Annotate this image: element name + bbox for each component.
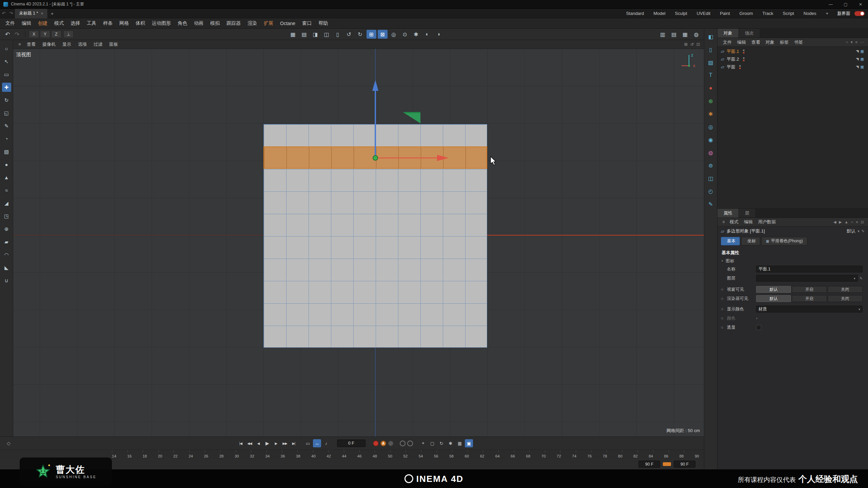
layout-item[interactable]: UVEdit: [692, 11, 715, 16]
sphere-primitive-icon[interactable]: ●: [2, 160, 11, 169]
redo-icon[interactable]: ↷: [12, 30, 22, 39]
menu-item[interactable]: 窗口: [299, 20, 315, 26]
visibility-dots[interactable]: [743, 57, 745, 61]
layout-item[interactable]: Standard: [621, 11, 649, 16]
go-end-button[interactable]: ▶|: [290, 439, 298, 447]
pla-record-icon[interactable]: ▦: [456, 439, 464, 447]
panel-tab[interactable]: 场次: [739, 29, 760, 38]
menu-item[interactable]: 角色: [174, 20, 191, 26]
attribute-tab[interactable]: 基本: [721, 237, 740, 245]
tri-state-button[interactable]: 关闭: [828, 286, 863, 293]
om-menu-item[interactable]: 编辑: [734, 39, 749, 45]
extrude-tool-icon[interactable]: ◳: [2, 211, 11, 221]
axis-lock-button[interactable]: Z: [51, 30, 61, 38]
record-button[interactable]: [373, 441, 379, 446]
layout-switch-icon[interactable]: ▦: [680, 30, 690, 39]
go-start-button[interactable]: |◀: [237, 439, 245, 447]
minimize-button[interactable]: —: [823, 0, 838, 8]
maximize-button[interactable]: ▢: [838, 0, 853, 8]
axis-center-icon[interactable]: ◴: [706, 187, 715, 196]
constraint-icon[interactable]: ◎: [706, 122, 715, 131]
viewport-menu-item[interactable]: 过滤: [90, 41, 106, 47]
layer-dropdown[interactable]: ▾: [756, 275, 858, 282]
new-ui-toggle[interactable]: [854, 11, 865, 16]
layout-item[interactable]: Paint: [715, 11, 735, 16]
display-color-dropdown[interactable]: 材质 ▾: [756, 306, 863, 312]
mograph-icon[interactable]: ⊛: [706, 97, 715, 105]
layout-item[interactable]: Sculpt: [670, 11, 692, 16]
coord-system-button[interactable]: ⊥: [63, 30, 74, 38]
pyramid-primitive-icon[interactable]: ▲: [2, 173, 11, 182]
layout-item[interactable]: +: [821, 11, 833, 16]
animatable-diamond-icon[interactable]: ◇: [717, 326, 727, 329]
menu-item[interactable]: 网格: [116, 20, 132, 26]
workplane-icon[interactable]: ◎: [389, 30, 399, 39]
menu-item[interactable]: 动画: [191, 20, 207, 26]
object-row[interactable]: ▱ 平面.1 ◥ ▦: [717, 47, 868, 55]
object-name[interactable]: 平面.2: [727, 56, 739, 62]
keyframe-selection-icon[interactable]: ▣: [465, 439, 473, 447]
object-name[interactable]: 平面.1: [727, 48, 739, 55]
menu-item[interactable]: 运动图形: [149, 20, 174, 26]
layout-item[interactable]: Track: [758, 11, 778, 16]
object-row[interactable]: ▱ 平面 ◥ ▦: [717, 63, 868, 71]
menu-item[interactable]: 跟踪器: [223, 20, 244, 26]
attributes-menu-icon[interactable]: ≡: [720, 220, 727, 224]
snap-enable-icon[interactable]: ⊞: [367, 30, 376, 39]
viewport-menu-item[interactable]: 面板: [106, 41, 121, 47]
select-tool-icon[interactable]: ↖: [2, 57, 11, 66]
chevron-right-icon[interactable]: ›: [722, 258, 723, 264]
chevron-down-icon[interactable]: ▾: [857, 229, 860, 233]
axis-toggle-icon[interactable]: ◐: [422, 30, 432, 39]
range-start-input[interactable]: [638, 461, 660, 468]
menu-item[interactable]: 文件: [2, 20, 18, 26]
icon-section-row[interactable]: › 图标: [717, 257, 868, 265]
smooth-tool-icon[interactable]: ◠: [2, 250, 11, 259]
selected-polygon-row[interactable]: [263, 146, 487, 169]
add-tab-button[interactable]: +: [48, 11, 57, 16]
object-name[interactable]: 平面: [727, 64, 735, 70]
new-ui-label[interactable]: 新界面: [833, 11, 854, 17]
menu-item[interactable]: 扩展: [260, 20, 277, 26]
interactive-render-region-icon[interactable]: ◫: [322, 30, 332, 39]
tri-state-button[interactable]: 默认: [756, 295, 791, 302]
attr-menu-item[interactable]: 编辑: [741, 219, 755, 225]
menu-item[interactable]: 帮助: [315, 20, 331, 26]
animatable-diamond-icon[interactable]: ◇: [717, 307, 727, 311]
undo-icon[interactable]: ↶: [3, 30, 12, 39]
spline-pen-icon[interactable]: ✎: [706, 200, 715, 208]
viewport-canvas[interactable]: 顶视图 z x 网格间距 : 50 cm: [13, 49, 704, 436]
current-frame-input[interactable]: [337, 440, 366, 447]
filter-icon[interactable]: ≡: [856, 220, 858, 224]
render-settings-strip-icon[interactable]: ✱: [706, 109, 715, 118]
view-undo-icon[interactable]: ↺: [344, 30, 354, 39]
menu-item[interactable]: 创建: [35, 20, 51, 26]
record-filter-toggle[interactable]: [400, 441, 406, 446]
attr-menu-item[interactable]: 模式: [727, 219, 741, 225]
spline-tool-icon[interactable]: ≈: [2, 186, 11, 195]
uvw-tag-icon[interactable]: ▦: [861, 57, 864, 61]
preset-dropdown[interactable]: 默认: [847, 228, 855, 234]
keyframe-selection-dot[interactable]: [388, 441, 394, 446]
viewport-menu-item[interactable]: 显示: [59, 41, 75, 47]
tab-close-icon[interactable]: ×: [41, 11, 43, 16]
workplane-lock-icon[interactable]: ⊙: [400, 30, 410, 39]
next-frame-button[interactable]: ▶: [272, 439, 280, 447]
om-menu-item[interactable]: 文件: [720, 39, 734, 45]
autokey-button[interactable]: A: [380, 441, 386, 446]
uvw-tag-icon[interactable]: ▦: [861, 65, 864, 69]
content-browser-icon[interactable]: ▧: [706, 58, 715, 67]
menu-item[interactable]: 模拟: [207, 20, 223, 26]
filter-icon[interactable]: ▾: [851, 40, 853, 44]
forward-icon[interactable]: ▶: [839, 220, 842, 224]
bevel-tool-icon[interactable]: ◣: [2, 263, 11, 272]
pane-config-icon[interactable]: ⊡: [696, 42, 700, 47]
material-room-icon[interactable]: ▤: [669, 30, 679, 39]
scale-tool-icon[interactable]: ◱: [2, 108, 11, 118]
play-button[interactable]: ▶: [263, 439, 271, 447]
takes-icon[interactable]: ◉: [706, 135, 715, 144]
rect-select-tool-icon[interactable]: ▭: [2, 70, 11, 79]
layer-edit-icon[interactable]: ✎: [860, 276, 863, 281]
view-layout-icon[interactable]: ◧: [706, 32, 715, 41]
layout-item[interactable]: Model: [649, 11, 670, 16]
